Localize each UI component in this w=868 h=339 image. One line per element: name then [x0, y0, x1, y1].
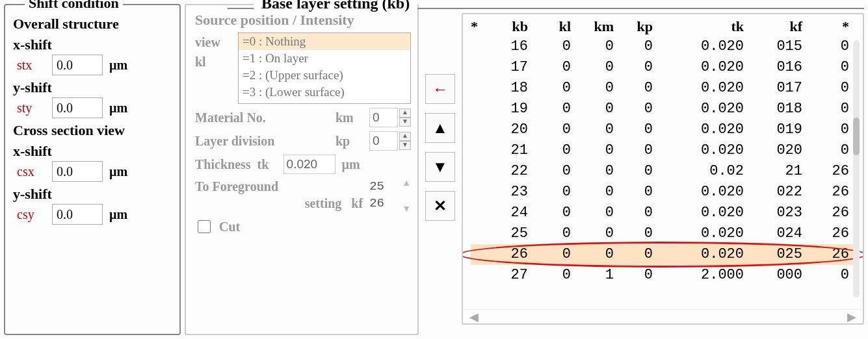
view-option[interactable]: =1 : On layer — [239, 50, 410, 67]
table-cell — [471, 182, 489, 203]
table-cell: 20 — [489, 119, 528, 140]
sty-unit: µm — [109, 101, 127, 116]
horizontal-scrollbar[interactable]: ◀ ▶ — [463, 309, 863, 323]
table-cell: 0.020 — [653, 244, 744, 265]
material-input[interactable] — [369, 108, 398, 127]
table-cell: 0 — [571, 244, 614, 265]
view-option[interactable]: =3 : (Lower surface) — [239, 84, 410, 101]
table-cell: 22 — [489, 161, 528, 182]
scroll-right-icon[interactable]: ▶ — [847, 310, 856, 324]
division-spin-down[interactable]: ▼ — [399, 141, 411, 150]
cut-checkbox[interactable] — [198, 220, 211, 233]
table-cell: 26 — [802, 203, 849, 223]
scroll-left-icon[interactable]: ◀ — [469, 310, 479, 324]
table-row[interactable]: 200000.0200190 — [471, 119, 855, 140]
table-cell — [471, 36, 489, 57]
foreground-scroll-down[interactable]: ▼ — [402, 204, 411, 214]
table-cell: 0.020 — [653, 182, 744, 203]
table-cell: 0 — [802, 119, 849, 140]
table-cell — [471, 119, 489, 140]
table-cell: 0 — [528, 99, 571, 119]
csy-var: csy — [17, 207, 46, 222]
move-up-button[interactable]: ▲ — [425, 113, 455, 143]
material-spin-down[interactable]: ▼ — [399, 118, 411, 127]
thickness-input[interactable] — [283, 155, 335, 174]
table-cell: 0 — [802, 36, 849, 57]
triangle-down-icon: ▼ — [432, 158, 448, 176]
delete-button[interactable]: ✕ — [425, 191, 455, 221]
table-cell: 015 — [744, 36, 802, 57]
table-header-cell: kb — [489, 18, 528, 35]
table-cell: 017 — [744, 78, 802, 99]
division-input[interactable] — [369, 131, 398, 151]
table-header-cell: * — [802, 18, 849, 35]
csx-var: csx — [17, 164, 46, 179]
table-cell: 0 — [614, 244, 653, 265]
table-cell: 0 — [571, 99, 614, 119]
table-cell: 0 — [614, 203, 653, 223]
table-cell: 018 — [744, 99, 802, 119]
table-row[interactable]: 270102.0000000 — [471, 265, 855, 286]
table-cell: 16 — [489, 36, 528, 57]
table-cell — [471, 223, 489, 244]
foreground-scroll-up[interactable]: ▲ — [402, 178, 411, 188]
table-cell: 21 — [744, 161, 802, 182]
table-row[interactable]: 180000.0200170 — [471, 78, 855, 99]
table-cell: 0.020 — [653, 57, 744, 78]
table-header-cell: km — [571, 18, 614, 35]
table-cell — [471, 203, 489, 223]
vertical-scrollbar[interactable] — [853, 40, 860, 297]
table-cell: 0 — [528, 78, 571, 99]
table-row[interactable]: 170000.0200160 — [471, 57, 855, 78]
thickness-label: Thickness — [195, 157, 251, 172]
table-cell: 0 — [528, 36, 571, 57]
division-label: Layer division — [195, 134, 329, 149]
table-row[interactable]: 220000.022126 — [471, 161, 855, 182]
division-var: kp — [335, 134, 363, 149]
x-icon: ✕ — [434, 197, 447, 215]
view-option[interactable]: =2 : (Upper surface) — [239, 67, 410, 84]
view-listbox[interactable]: =0 : Nothing=1 : On layer=2 : (Upper sur… — [238, 32, 411, 104]
table-header: *kbklkmkptkkf* — [463, 14, 863, 36]
back-button[interactable]: ← — [425, 74, 455, 104]
base-layer-table: *kbklkmkptkkf* 160000.0200150170000.0200… — [462, 13, 864, 325]
table-row[interactable]: 230000.02002226 — [471, 182, 855, 203]
stx-unit: µm — [109, 58, 127, 73]
view-option[interactable]: =0 : Nothing — [239, 33, 410, 50]
table-cell: 0.020 — [653, 36, 744, 57]
table-cell: 0.020 — [653, 78, 744, 99]
table-cell: 26 — [802, 182, 849, 203]
stx-input[interactable] — [52, 55, 103, 75]
foreground-list[interactable]: 2526 — [369, 178, 395, 212]
table-row[interactable]: 260000.02002526 — [471, 244, 855, 265]
sty-input[interactable] — [52, 97, 103, 118]
division-spin-up[interactable]: ▲ — [399, 132, 411, 141]
table-cell: 0 — [571, 203, 614, 223]
table-cell: 0 — [571, 223, 614, 244]
move-down-button[interactable]: ▼ — [425, 152, 455, 182]
material-spin-up[interactable]: ▲ — [399, 108, 411, 118]
overall-structure-title: Overall structure — [13, 16, 172, 32]
table-row[interactable]: 190000.0200180 — [471, 99, 855, 119]
csx-shift-label: x-shift — [13, 143, 172, 160]
table-cell: 0 — [528, 244, 571, 265]
table-row[interactable]: 160000.0200150 — [471, 36, 855, 57]
csy-input[interactable] — [52, 204, 103, 225]
csy-shift-label: y-shift — [13, 186, 172, 203]
scrollbar-thumb[interactable] — [853, 118, 860, 155]
table-header-cell: kf — [744, 18, 802, 35]
table-row[interactable]: 240000.02002326 — [471, 203, 855, 223]
table-cell: 0.020 — [653, 223, 744, 244]
table-cell: 0 — [528, 140, 571, 161]
foreground-value[interactable]: 25 — [369, 178, 395, 195]
table-cell: 25 — [489, 223, 528, 244]
foreground-label1: To Foreground — [195, 178, 363, 195]
table-row[interactable]: 250000.02002426 — [471, 223, 855, 244]
table-cell: 0.020 — [653, 119, 744, 140]
table-row[interactable]: 210000.0200200 — [471, 140, 855, 161]
csx-input[interactable] — [52, 161, 103, 182]
foreground-value[interactable]: 26 — [369, 195, 395, 212]
table-cell: 17 — [489, 57, 528, 78]
table-cell: 0 — [528, 203, 571, 223]
table-body: 160000.0200150170000.0200160180000.02001… — [463, 36, 863, 309]
